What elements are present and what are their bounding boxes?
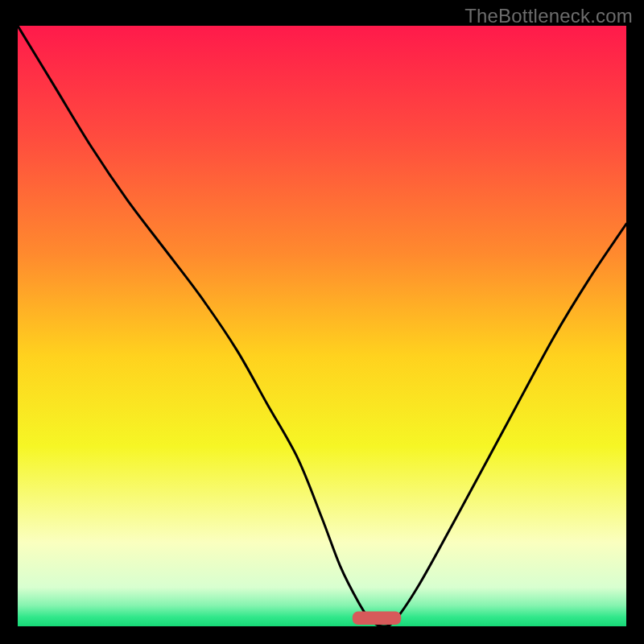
- watermark-text: TheBottleneck.com: [464, 5, 633, 27]
- gradient-background: [18, 26, 626, 626]
- chart-svg: [18, 26, 626, 626]
- chart-frame: TheBottleneck.com: [0, 0, 644, 644]
- plot-area: [18, 26, 626, 626]
- optimal-marker: [353, 612, 401, 625]
